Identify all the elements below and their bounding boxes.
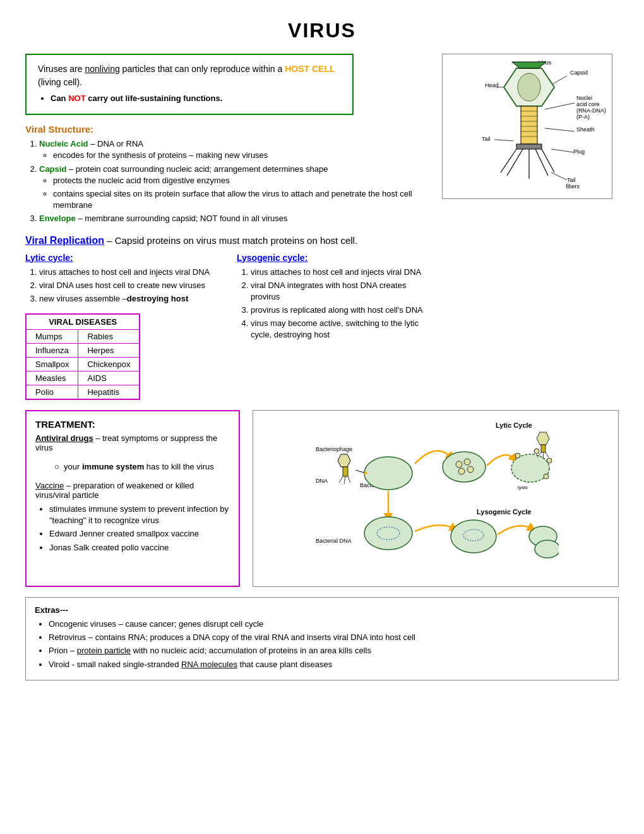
svg-text:Capsid: Capsid <box>570 70 588 76</box>
disease-cell: Herpes <box>78 344 140 358</box>
treatment-bullet3: Jonas Salk created polio vaccine <box>49 542 230 553</box>
extras-item2: Retrovirus – contains RNA; produces a DN… <box>49 632 609 643</box>
svg-point-50 <box>456 461 462 468</box>
lytic-cycle-col: Lytic cycle: virus attaches to host cell… <box>25 253 218 401</box>
disease-cell: Influenza <box>26 344 78 358</box>
svg-point-49 <box>443 452 486 482</box>
envelope-label: Envelope <box>39 214 76 223</box>
extras-title: Extras--- <box>35 605 609 615</box>
viroid-underline: RNA molecules <box>181 660 237 669</box>
svg-line-32 <box>542 149 554 172</box>
svg-point-51 <box>464 459 470 465</box>
viral-structure-header: Viral Structure: <box>25 124 429 135</box>
table-row: Mumps Rabies <box>26 330 140 344</box>
immune-rest: has to kill the virus <box>144 462 214 471</box>
capsid-desc: – protein coat surrounding nucleic acid;… <box>66 164 328 174</box>
immune-text: ○ your immune system has to kill the vir… <box>54 462 230 471</box>
treatment-bullet2: Edward Jenner created smallpox vaccine <box>49 528 230 540</box>
svg-text:Nuclei: Nuclei <box>576 95 592 101</box>
svg-line-28 <box>501 149 516 172</box>
svg-line-9 <box>545 128 575 131</box>
nucleic-acid-desc: – DNA or RNA <box>88 139 143 148</box>
svg-text:fibers: fibers <box>566 183 580 190</box>
extras-item1: Oncogenic viruses – cause cancer; genes … <box>49 619 609 630</box>
svg-point-60 <box>364 517 412 550</box>
svg-point-65 <box>535 540 559 558</box>
svg-rect-27 <box>516 144 542 149</box>
antiviral-label: Antiviral drugs <box>35 433 93 443</box>
svg-text:DNA: DNA <box>316 478 328 484</box>
svg-line-31 <box>535 149 548 176</box>
intro-box: Viruses are nonliving particles that can… <box>25 54 354 115</box>
svg-line-29 <box>507 149 523 176</box>
disease-cell: AIDS <box>78 372 140 385</box>
nucleic-acid-sub: encodes for the synthesis of proteins – … <box>53 150 429 161</box>
disease-cell: Hepatitis <box>78 385 140 400</box>
envelope-desc: – membrane surrounding capsid; NOT found… <box>76 214 288 223</box>
lytic-cycle-title: Lytic cycle: <box>25 253 218 263</box>
capsid-sub1: protects the nucleic acid from digestive… <box>53 175 429 186</box>
right-column: Virus Capsid Nuclei acid core (RNA-DNA) … <box>442 54 619 400</box>
immune-bold: immune system <box>82 462 144 471</box>
extras-item3: Prion – protein particle with no nucleic… <box>49 645 609 656</box>
svg-point-19 <box>518 73 540 101</box>
table-row: Smallpox Chickenpox <box>26 358 140 372</box>
svg-text:Tail: Tail <box>567 177 576 183</box>
diseases-table: VIRAL DISEASES Mumps Rabies Influenza He… <box>25 313 140 400</box>
lytic-cycle-diagram: Lytic Cycle Lysogenic Cycle Bacteriophag… <box>253 410 619 587</box>
lysogenic-step2: viral DNA integrates with host DNA creat… <box>251 280 429 303</box>
extras-item4: Viroid - small naked single-stranded RNA… <box>49 659 609 670</box>
svg-line-7 <box>545 103 575 109</box>
svg-line-13 <box>551 149 573 152</box>
viral-diagram: Virus Capsid Nuclei acid core (RNA-DNA) … <box>442 54 612 199</box>
svg-text:Lytic Cycle: Lytic Cycle <box>496 421 532 429</box>
svg-text:Lysogenic Cycle: Lysogenic Cycle <box>477 508 531 516</box>
svg-point-62 <box>451 520 496 553</box>
lysogenic-step3: provirus is replicated along with host c… <box>251 305 429 316</box>
disease-cell: Smallpox <box>26 358 78 372</box>
disease-cell: Chickenpox <box>78 358 140 372</box>
disease-cell: Rabies <box>78 330 140 344</box>
diseases-header: VIRAL DISEASES <box>26 314 140 330</box>
capsid-sub2: contains special sites on its protein su… <box>53 188 429 211</box>
disease-cell: Measles <box>26 372 78 385</box>
svg-rect-67 <box>541 445 546 452</box>
capsid-label: Capsid <box>39 164 66 174</box>
svg-marker-66 <box>537 432 549 445</box>
cycles-layout: Lytic cycle: virus attaches to host cell… <box>25 253 429 401</box>
replication-section: Viral Replication – Capsid proteins on v… <box>25 235 429 401</box>
disease-cell: Polio <box>26 385 78 400</box>
table-row: Polio Hepatitis <box>26 385 140 400</box>
svg-line-70 <box>546 452 549 457</box>
svg-line-45 <box>339 476 343 483</box>
svg-point-53 <box>458 468 465 474</box>
replication-subtitle: – Capsid proteins on virus must match pr… <box>107 235 357 246</box>
treatment-box: TREATMENT: Antiviral drugs – treat sympt… <box>25 410 240 587</box>
svg-point-58 <box>544 474 549 479</box>
svg-text:acid core: acid core <box>576 101 600 107</box>
svg-rect-20 <box>521 106 537 144</box>
svg-point-57 <box>547 458 552 463</box>
svg-point-52 <box>467 466 474 473</box>
vaccine-text: Vaccine – preparation of weakened or kil… <box>35 481 230 500</box>
intro-text2: particles that can only reproduce within… <box>120 64 285 74</box>
viral-structure-section: Viral Structure: Nucleic Acid – DNA or R… <box>25 124 429 224</box>
treatment-bullet1: stimulates immune system to prevent infe… <box>49 504 230 526</box>
disease-cell: Mumps <box>26 330 78 344</box>
bullet-text: Can <box>51 94 68 103</box>
vaccine-label: Vaccine <box>35 481 64 490</box>
prion-underline: protein particle <box>77 646 131 655</box>
bullet-rest: carry out life-sustaining functions. <box>86 94 223 103</box>
lysogenic-cycle-col: Lysogenic cycle: virus attaches to host … <box>237 253 429 401</box>
lysogenic-step1: virus attaches to host cell and injects … <box>251 267 429 278</box>
svg-point-42 <box>364 457 412 490</box>
svg-line-46 <box>344 476 345 484</box>
replication-title: Viral Replication <box>25 235 104 246</box>
svg-text:(RNA-DNA): (RNA-DNA) <box>576 107 606 114</box>
extras-box: Extras--- Oncogenic viruses – cause canc… <box>25 597 619 680</box>
page-title: VIRUS <box>25 19 619 42</box>
svg-text:Plug: Plug <box>573 148 585 155</box>
bottom-layout: TREATMENT: Antiviral drugs – treat sympt… <box>25 410 619 587</box>
svg-point-56 <box>534 449 539 454</box>
intro-text1: Viruses are <box>38 64 85 74</box>
